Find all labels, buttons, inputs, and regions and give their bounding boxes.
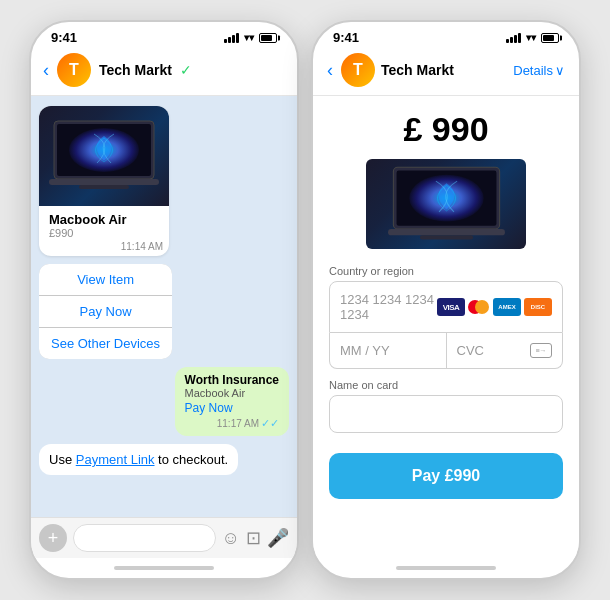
sticker-icon[interactable]: ☺ [222, 528, 240, 549]
chat-header: ‹ T Tech Markt ✓ [31, 49, 297, 96]
product-name: Macbook Air [49, 212, 159, 227]
camera-icon[interactable]: ⊡ [246, 527, 261, 549]
pay-brand: T Tech Markt [341, 53, 505, 87]
right-battery-icon [541, 33, 559, 43]
left-status-bar: 9:41 ▾▾ [31, 22, 297, 49]
card-number-input[interactable]: 1234 1234 1234 1234 [340, 292, 437, 322]
name-label: Name on card [329, 379, 563, 391]
sent-pay-btn[interactable]: Pay Now [185, 401, 279, 415]
pay-brand-avatar: T [341, 53, 375, 87]
chat-name: Tech Markt [99, 62, 172, 78]
svg-rect-3 [49, 179, 159, 185]
chat-avatar: T [57, 53, 91, 87]
pay-now-button[interactable]: Pay Now [39, 296, 172, 327]
chat-text-input[interactable] [73, 524, 216, 552]
sent-bubble: Worth Insurance Macbook Air Pay Now 11:1… [175, 367, 289, 436]
action-buttons: View Item Pay Now See Other Devices [39, 264, 172, 359]
right-phone: 9:41 ▾▾ ‹ T Tech Markt Details ∨ [311, 20, 581, 580]
mastercard-icon [468, 300, 490, 314]
card-brand-icons: VISA AMEX DISC [437, 298, 552, 316]
pay-header: ‹ T Tech Markt Details ∨ [313, 49, 579, 96]
product-bubble: Macbook Air £990 11:14 AM [39, 106, 169, 256]
left-time: 9:41 [51, 30, 77, 45]
see-other-devices-button[interactable]: See Other Devices [39, 328, 172, 359]
right-wifi-icon: ▾▾ [526, 32, 536, 43]
chat-body: Macbook Air £990 11:14 AM View Item Pay … [31, 96, 297, 517]
battery-icon [259, 33, 277, 43]
visa-icon: VISA [437, 298, 465, 316]
left-phone: 9:41 ▾▾ ‹ T Tech Markt ✓ [29, 20, 299, 580]
add-attachment-button[interactable]: + [39, 524, 67, 552]
right-status-icons: ▾▾ [506, 32, 559, 43]
pay-body: £ 990 [313, 96, 579, 558]
pay-details-button[interactable]: Details ∨ [513, 63, 565, 78]
read-receipt-icon: ✓✓ [261, 417, 279, 430]
pay-product-image [366, 159, 526, 249]
pay-price: £ 990 [403, 110, 488, 149]
verified-icon: ✓ [180, 62, 192, 78]
amex-icon: AMEX [493, 298, 521, 316]
cvc-row: CVC ≡→ [447, 333, 563, 368]
pay-button[interactable]: Pay £990 [329, 453, 563, 499]
payment-form: Country or region 1234 1234 1234 1234 VI… [329, 265, 563, 499]
pay-back-button[interactable]: ‹ [327, 60, 333, 81]
pay-brand-name: Tech Markt [381, 62, 454, 78]
home-indicator [31, 558, 297, 578]
discover-icon: DISC [524, 298, 552, 316]
chat-input-bar: + ☺ ⊡ 🎤 [31, 517, 297, 558]
product-time: 11:14 AM [39, 241, 169, 256]
payment-link[interactable]: Payment Link [76, 452, 155, 467]
right-signal-icon [506, 33, 521, 43]
cvc-card-icon: ≡→ [530, 343, 552, 358]
svg-rect-4 [79, 185, 129, 189]
sent-time: 11:17 AM ✓✓ [185, 417, 279, 430]
chevron-down-icon: ∨ [555, 63, 565, 78]
product-price: £990 [49, 227, 159, 239]
card-number-row: 1234 1234 1234 1234 VISA AMEX DISC [329, 281, 563, 333]
sent-subtitle: Macbook Air [185, 387, 279, 399]
wifi-icon: ▾▾ [244, 32, 254, 43]
right-home-indicator [313, 558, 579, 578]
expiry-cvc-row: MM / YY CVC ≡→ [329, 333, 563, 369]
back-button[interactable]: ‹ [43, 60, 49, 81]
product-info: Macbook Air £990 [39, 206, 169, 241]
right-time: 9:41 [333, 30, 359, 45]
country-label: Country or region [329, 265, 563, 277]
name-on-card-input[interactable] [329, 395, 563, 433]
expiry-input[interactable]: MM / YY [330, 333, 447, 368]
signal-icon [224, 33, 239, 43]
payment-link-bubble: Use Payment Link to checkout. [39, 444, 238, 475]
left-status-icons: ▾▾ [224, 32, 277, 43]
svg-rect-8 [388, 228, 505, 234]
svg-rect-9 [419, 235, 472, 239]
view-item-button[interactable]: View Item [39, 264, 172, 295]
right-status-bar: 9:41 ▾▾ [313, 22, 579, 49]
mic-icon[interactable]: 🎤 [267, 527, 289, 549]
cvc-input[interactable]: CVC [457, 343, 484, 358]
product-image [39, 106, 169, 206]
sent-title: Worth Insurance [185, 373, 279, 387]
